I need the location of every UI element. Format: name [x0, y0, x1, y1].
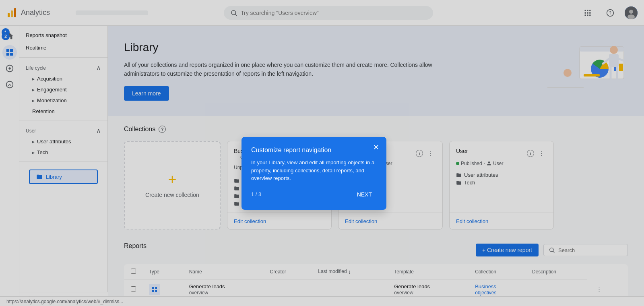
modal-body: In your Library, view and edit all repor… — [251, 159, 377, 182]
modal-overlay[interactable]: ✕ Customize report navigation In your Li… — [0, 0, 644, 306]
modal-next-btn[interactable]: NEXT — [352, 189, 377, 200]
modal-wrapper: ✕ Customize report navigation In your Li… — [242, 137, 386, 210]
customize-navigation-modal: ✕ Customize report navigation In your Li… — [242, 137, 386, 210]
modal-title: Customize report navigation — [251, 147, 377, 154]
modal-close-btn[interactable]: ✕ — [370, 142, 382, 153]
modal-pager: 1 / 3 — [251, 191, 261, 197]
modal-footer: 1 / 3 NEXT — [251, 189, 377, 200]
